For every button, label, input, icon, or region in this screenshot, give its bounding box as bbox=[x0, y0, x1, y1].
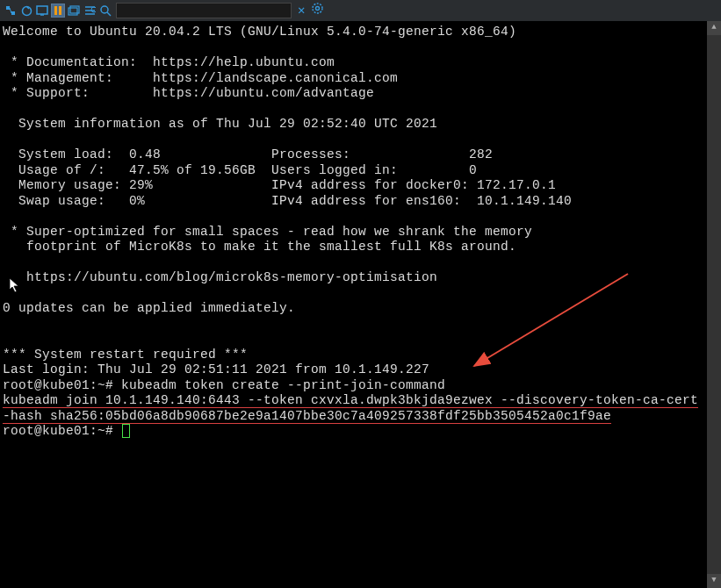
line: * Super-optimized for small spaces - rea… bbox=[3, 225, 532, 239]
svg-rect-7 bbox=[59, 6, 61, 15]
layers-icon[interactable] bbox=[67, 4, 81, 18]
scroll-down-button[interactable]: ▼ bbox=[707, 574, 721, 588]
line: System load: 0.48 Processes: 282 bbox=[3, 147, 493, 161]
svg-point-17 bbox=[316, 6, 320, 10]
screen-icon[interactable] bbox=[35, 4, 49, 18]
toolbar: ✕ bbox=[0, 0, 721, 21]
svg-rect-4 bbox=[37, 6, 47, 14]
line: https://ubuntu.com/blog/microk8s-memory-… bbox=[3, 270, 437, 284]
svg-line-15 bbox=[107, 12, 111, 16]
line: Usage of /: 47.5% of 19.56GB Users logge… bbox=[3, 163, 477, 177]
line: System information as of Thu Jul 29 02:5… bbox=[3, 117, 437, 131]
terminal-output[interactable]: Welcome to Ubuntu 20.04.2 LTS (GNU/Linux… bbox=[0, 21, 721, 443]
svg-point-3 bbox=[22, 6, 31, 15]
command: kubeadm token create --print-join-comman… bbox=[121, 378, 445, 392]
search-icon[interactable] bbox=[98, 4, 112, 18]
gear-icon[interactable] bbox=[309, 3, 326, 19]
pause-icon[interactable] bbox=[51, 4, 65, 18]
svg-point-13 bbox=[91, 7, 96, 12]
svg-point-14 bbox=[101, 6, 108, 13]
svg-line-2 bbox=[10, 8, 11, 13]
line: * Management: https://landscape.canonica… bbox=[3, 71, 398, 85]
scroll-up-button[interactable]: ▲ bbox=[707, 21, 721, 35]
svg-rect-0 bbox=[6, 6, 10, 10]
scrollbar[interactable]: ▲ ▼ bbox=[707, 21, 721, 588]
line: footprint of MicroK8s to make it the sma… bbox=[3, 240, 516, 254]
line: Memory usage: 29% IPv4 address for docke… bbox=[3, 178, 556, 192]
prompt: root@kube01:~# bbox=[3, 378, 121, 392]
line: * Documentation: https://help.ubuntu.com bbox=[3, 55, 335, 69]
connect-icon[interactable] bbox=[4, 4, 18, 18]
prompt: root@kube01:~# bbox=[3, 424, 121, 438]
line: *** System restart required *** bbox=[3, 348, 248, 362]
join-command-line1: kubeadm join 10.1.149.140:6443 --token c… bbox=[3, 393, 698, 408]
search-input[interactable] bbox=[116, 3, 292, 18]
terminal-cursor bbox=[122, 424, 130, 438]
line: Welcome to Ubuntu 20.04.2 LTS (GNU/Linux… bbox=[3, 25, 516, 39]
join-command-line2: -hash sha256:05bd06a8db90687be2e9a1407bb… bbox=[3, 409, 611, 424]
line: Swap usage: 0% IPv4 address for ens160: … bbox=[3, 194, 572, 208]
line: Last login: Thu Jul 29 02:51:11 2021 fro… bbox=[3, 362, 429, 376]
list-icon[interactable] bbox=[83, 4, 97, 18]
close-icon[interactable]: ✕ bbox=[295, 3, 307, 18]
line: * Support: https://ubuntu.com/advantage bbox=[3, 86, 374, 100]
svg-rect-6 bbox=[54, 6, 57, 15]
svg-rect-1 bbox=[11, 11, 15, 15]
svg-point-16 bbox=[313, 4, 322, 13]
refresh-icon[interactable] bbox=[19, 4, 33, 18]
line: 0 updates can be applied immediately. bbox=[3, 301, 295, 315]
scrollbar-track[interactable] bbox=[707, 35, 721, 588]
